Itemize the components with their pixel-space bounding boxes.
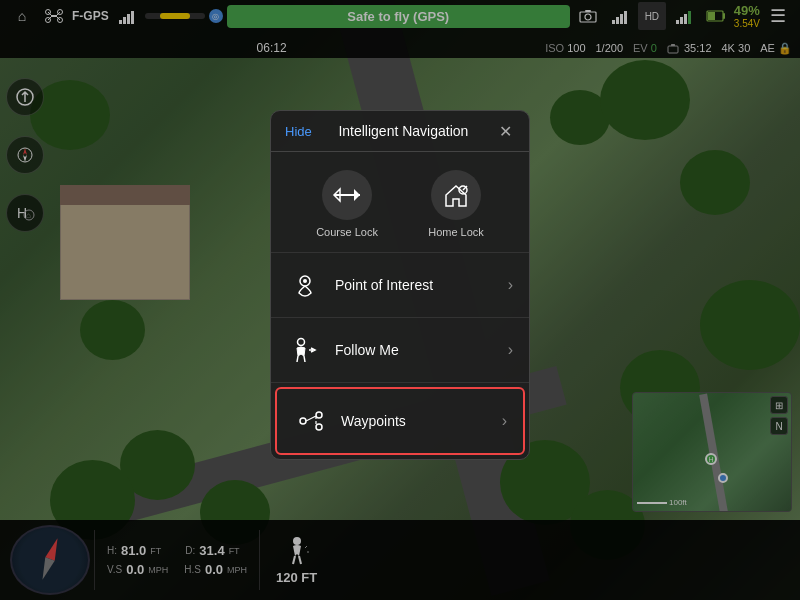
modal-close-button[interactable]: ✕	[495, 121, 515, 141]
svg-point-39	[316, 424, 322, 430]
svg-point-37	[300, 418, 306, 424]
modal-header: Hide Intelligent Navigation ✕	[271, 111, 529, 152]
app: ⌂ F-GPS	[0, 0, 800, 600]
intelligent-navigation-modal: Hide Intelligent Navigation ✕ Course Loc…	[270, 110, 530, 460]
poi-chevron: ›	[508, 276, 513, 294]
modal-hide-button[interactable]: Hide	[285, 124, 312, 139]
svg-line-35	[297, 356, 298, 362]
course-lock-icon	[322, 170, 372, 220]
svg-point-38	[316, 412, 322, 418]
waypoints-icon	[293, 403, 329, 439]
follow-me-icon	[287, 332, 323, 368]
svg-point-34	[298, 339, 305, 346]
modal-overlay: Hide Intelligent Navigation ✕ Course Loc…	[0, 0, 800, 600]
course-lock-item[interactable]: Course Lock	[316, 170, 378, 238]
course-lock-label: Course Lock	[316, 226, 378, 238]
home-lock-icon	[431, 170, 481, 220]
follow-me-list-item[interactable]: Follow Me ›	[271, 318, 529, 383]
svg-point-33	[303, 279, 307, 283]
home-lock-label: Home Lock	[428, 226, 484, 238]
poi-label: Point of Interest	[335, 277, 496, 293]
svg-line-36	[304, 356, 305, 362]
follow-me-chevron: ›	[508, 341, 513, 359]
waypoints-list-item[interactable]: Waypoints ›	[275, 387, 525, 455]
waypoints-label: Waypoints	[341, 413, 490, 429]
poi-icon	[287, 267, 323, 303]
svg-marker-28	[354, 189, 360, 201]
waypoints-chevron: ›	[502, 412, 507, 430]
home-lock-item[interactable]: Home Lock	[428, 170, 484, 238]
modal-icons-row: Course Lock Home Lock	[271, 152, 529, 253]
follow-me-label: Follow Me	[335, 342, 496, 358]
poi-list-item[interactable]: Point of Interest ›	[271, 253, 529, 318]
modal-title: Intelligent Navigation	[320, 123, 487, 139]
svg-line-40	[306, 416, 316, 421]
